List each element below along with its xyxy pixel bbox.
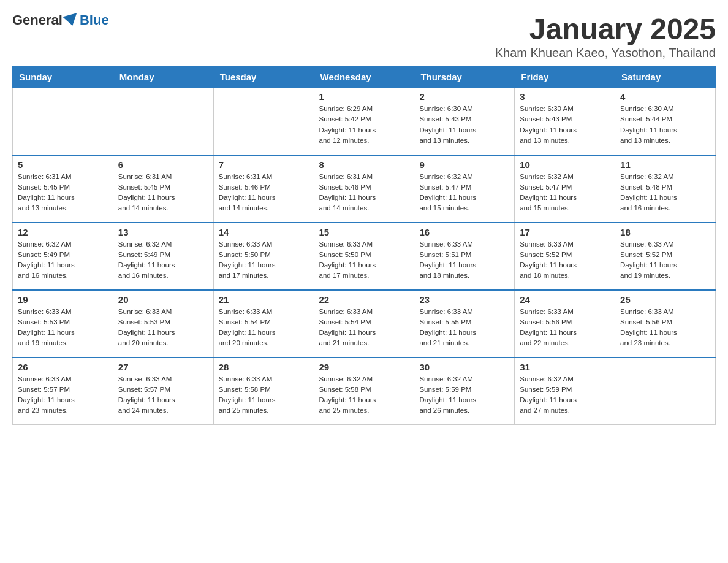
- day-info: Sunrise: 6:31 AM Sunset: 5:46 PM Dayligh…: [319, 172, 409, 214]
- day-info: Sunrise: 6:33 AM Sunset: 5:53 PM Dayligh…: [18, 307, 108, 349]
- calendar-cell: [213, 88, 314, 155]
- calendar-cell: 28Sunrise: 6:33 AM Sunset: 5:58 PM Dayli…: [213, 358, 314, 425]
- page-header: General Blue January 2025 Kham Khuean Ka…: [12, 12, 716, 60]
- day-info: Sunrise: 6:31 AM Sunset: 5:46 PM Dayligh…: [219, 172, 309, 214]
- calendar-cell: 11Sunrise: 6:32 AM Sunset: 5:48 PM Dayli…: [615, 155, 716, 223]
- day-info: Sunrise: 6:32 AM Sunset: 5:59 PM Dayligh…: [419, 374, 509, 416]
- calendar-week-row: 26Sunrise: 6:33 AM Sunset: 5:57 PM Dayli…: [13, 358, 716, 425]
- day-number: 13: [118, 227, 208, 237]
- day-of-week-header: Friday: [515, 67, 615, 88]
- day-number: 3: [520, 91, 610, 102]
- calendar-week-row: 12Sunrise: 6:32 AM Sunset: 5:49 PM Dayli…: [13, 223, 716, 290]
- calendar-header-row: SundayMondayTuesdayWednesdayThursdayFrid…: [13, 67, 716, 88]
- day-info: Sunrise: 6:33 AM Sunset: 5:50 PM Dayligh…: [319, 239, 409, 282]
- day-info: Sunrise: 6:30 AM Sunset: 5:44 PM Dayligh…: [620, 104, 710, 146]
- day-info: Sunrise: 6:33 AM Sunset: 5:54 PM Dayligh…: [219, 307, 309, 349]
- calendar-cell: 9Sunrise: 6:32 AM Sunset: 5:47 PM Daylig…: [414, 155, 515, 223]
- calendar-cell: 6Sunrise: 6:31 AM Sunset: 5:45 PM Daylig…: [113, 155, 213, 223]
- logo: General Blue: [12, 12, 109, 28]
- calendar-cell: 24Sunrise: 6:33 AM Sunset: 5:56 PM Dayli…: [515, 290, 615, 358]
- calendar-cell: 2Sunrise: 6:30 AM Sunset: 5:43 PM Daylig…: [414, 88, 515, 155]
- calendar-cell: 16Sunrise: 6:33 AM Sunset: 5:51 PM Dayli…: [414, 223, 515, 290]
- day-info: Sunrise: 6:30 AM Sunset: 5:43 PM Dayligh…: [520, 104, 610, 146]
- day-info: Sunrise: 6:33 AM Sunset: 5:51 PM Dayligh…: [419, 239, 509, 282]
- day-number: 2: [419, 91, 509, 102]
- calendar-cell: 25Sunrise: 6:33 AM Sunset: 5:56 PM Dayli…: [615, 290, 716, 358]
- day-info: Sunrise: 6:33 AM Sunset: 5:50 PM Dayligh…: [219, 239, 309, 282]
- calendar-cell: 27Sunrise: 6:33 AM Sunset: 5:57 PM Dayli…: [113, 358, 213, 425]
- day-info: Sunrise: 6:33 AM Sunset: 5:54 PM Dayligh…: [319, 307, 409, 349]
- calendar-cell: 17Sunrise: 6:33 AM Sunset: 5:52 PM Dayli…: [515, 223, 615, 290]
- day-number: 8: [319, 159, 409, 170]
- location-title: Kham Khuean Kaeo, Yasothon, Thailand: [495, 46, 716, 60]
- calendar-cell: 1Sunrise: 6:29 AM Sunset: 5:42 PM Daylig…: [314, 88, 414, 155]
- day-of-week-header: Tuesday: [213, 67, 314, 88]
- calendar-cell: 18Sunrise: 6:33 AM Sunset: 5:52 PM Dayli…: [615, 223, 716, 290]
- day-info: Sunrise: 6:32 AM Sunset: 5:59 PM Dayligh…: [520, 374, 610, 416]
- day-number: 7: [219, 159, 309, 170]
- day-number: 26: [18, 362, 108, 372]
- calendar-cell: 13Sunrise: 6:32 AM Sunset: 5:49 PM Dayli…: [113, 223, 213, 290]
- day-number: 20: [118, 294, 208, 305]
- calendar-week-row: 1Sunrise: 6:29 AM Sunset: 5:42 PM Daylig…: [13, 88, 716, 155]
- calendar-table: SundayMondayTuesdayWednesdayThursdayFrid…: [12, 66, 716, 425]
- day-of-week-header: Saturday: [615, 67, 716, 88]
- calendar-week-row: 19Sunrise: 6:33 AM Sunset: 5:53 PM Dayli…: [13, 290, 716, 358]
- calendar-cell: 19Sunrise: 6:33 AM Sunset: 5:53 PM Dayli…: [13, 290, 113, 358]
- day-number: 17: [520, 227, 610, 237]
- day-number: 29: [319, 362, 409, 372]
- title-section: January 2025 Kham Khuean Kaeo, Yasothon,…: [495, 12, 716, 60]
- day-info: Sunrise: 6:30 AM Sunset: 5:43 PM Dayligh…: [419, 104, 509, 146]
- day-number: 16: [419, 227, 509, 237]
- day-number: 4: [620, 91, 710, 102]
- day-number: 1: [319, 91, 409, 102]
- day-info: Sunrise: 6:33 AM Sunset: 5:52 PM Dayligh…: [620, 239, 710, 282]
- calendar-cell: 23Sunrise: 6:33 AM Sunset: 5:55 PM Dayli…: [414, 290, 515, 358]
- calendar-cell: [113, 88, 213, 155]
- day-of-week-header: Thursday: [414, 67, 515, 88]
- day-number: 24: [520, 294, 610, 305]
- day-info: Sunrise: 6:31 AM Sunset: 5:45 PM Dayligh…: [18, 172, 108, 214]
- day-info: Sunrise: 6:32 AM Sunset: 5:47 PM Dayligh…: [419, 172, 509, 214]
- day-info: Sunrise: 6:33 AM Sunset: 5:56 PM Dayligh…: [520, 307, 610, 349]
- day-number: 11: [620, 159, 710, 170]
- calendar-cell: 31Sunrise: 6:32 AM Sunset: 5:59 PM Dayli…: [515, 358, 615, 425]
- calendar-cell: 4Sunrise: 6:30 AM Sunset: 5:44 PM Daylig…: [615, 88, 716, 155]
- day-number: 28: [219, 362, 309, 372]
- day-number: 14: [219, 227, 309, 237]
- day-number: 25: [620, 294, 710, 305]
- day-of-week-header: Sunday: [13, 67, 113, 88]
- day-info: Sunrise: 6:32 AM Sunset: 5:58 PM Dayligh…: [319, 374, 409, 416]
- calendar-cell: 22Sunrise: 6:33 AM Sunset: 5:54 PM Dayli…: [314, 290, 414, 358]
- day-info: Sunrise: 6:33 AM Sunset: 5:55 PM Dayligh…: [419, 307, 509, 349]
- day-info: Sunrise: 6:33 AM Sunset: 5:57 PM Dayligh…: [18, 374, 108, 416]
- logo-blue-text: Blue: [80, 12, 109, 28]
- day-number: 27: [118, 362, 208, 372]
- calendar-cell: [615, 358, 716, 425]
- calendar-cell: 21Sunrise: 6:33 AM Sunset: 5:54 PM Dayli…: [213, 290, 314, 358]
- calendar-cell: 26Sunrise: 6:33 AM Sunset: 5:57 PM Dayli…: [13, 358, 113, 425]
- calendar-cell: 30Sunrise: 6:32 AM Sunset: 5:59 PM Dayli…: [414, 358, 515, 425]
- day-number: 19: [18, 294, 108, 305]
- calendar-cell: 15Sunrise: 6:33 AM Sunset: 5:50 PM Dayli…: [314, 223, 414, 290]
- day-number: 22: [319, 294, 409, 305]
- calendar-cell: [13, 88, 113, 155]
- day-number: 6: [118, 159, 208, 170]
- day-info: Sunrise: 6:33 AM Sunset: 5:56 PM Dayligh…: [620, 307, 710, 349]
- logo-triangle-icon: [63, 13, 80, 28]
- day-number: 31: [520, 362, 610, 372]
- calendar-cell: 12Sunrise: 6:32 AM Sunset: 5:49 PM Dayli…: [13, 223, 113, 290]
- calendar-cell: 3Sunrise: 6:30 AM Sunset: 5:43 PM Daylig…: [515, 88, 615, 155]
- calendar-cell: 10Sunrise: 6:32 AM Sunset: 5:47 PM Dayli…: [515, 155, 615, 223]
- day-info: Sunrise: 6:32 AM Sunset: 5:48 PM Dayligh…: [620, 172, 710, 214]
- day-info: Sunrise: 6:32 AM Sunset: 5:47 PM Dayligh…: [520, 172, 610, 214]
- day-info: Sunrise: 6:33 AM Sunset: 5:57 PM Dayligh…: [118, 374, 208, 416]
- day-number: 15: [319, 227, 409, 237]
- day-number: 9: [419, 159, 509, 170]
- day-number: 10: [520, 159, 610, 170]
- calendar-cell: 14Sunrise: 6:33 AM Sunset: 5:50 PM Dayli…: [213, 223, 314, 290]
- day-number: 5: [18, 159, 108, 170]
- day-info: Sunrise: 6:32 AM Sunset: 5:49 PM Dayligh…: [118, 239, 208, 282]
- month-title: January 2025: [495, 12, 716, 46]
- calendar-cell: 29Sunrise: 6:32 AM Sunset: 5:58 PM Dayli…: [314, 358, 414, 425]
